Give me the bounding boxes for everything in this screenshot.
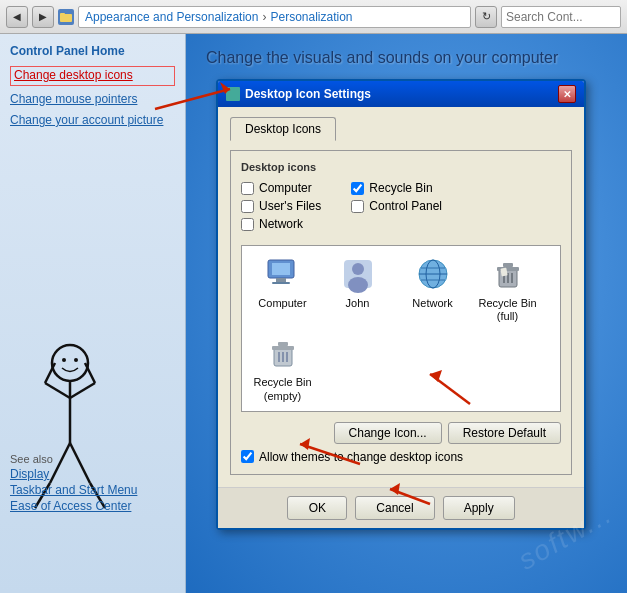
icon-john[interactable]: John [325, 254, 390, 310]
svg-line-4 [45, 383, 70, 398]
checkboxes-col1: Computer User's Files Network [241, 181, 321, 235]
icon-computer-label: Computer [258, 297, 306, 310]
cancel-button[interactable]: Cancel [355, 496, 434, 520]
tab-desktop-icons[interactable]: Desktop Icons [230, 117, 336, 141]
dialog-titlebar: Desktop Icon Settings ✕ [218, 81, 584, 107]
allow-themes-row[interactable]: Allow themes to change desktop icons [241, 450, 561, 464]
checkbox-control-panel[interactable]: Control Panel [351, 199, 442, 213]
svg-line-6 [70, 383, 95, 398]
icon-network-label: Network [412, 297, 452, 310]
sidebar-link-taskbar[interactable]: Taskbar and Start Menu [10, 483, 137, 497]
see-also-title: See also [10, 453, 137, 465]
recycle-empty-icon [263, 333, 303, 373]
svg-rect-16 [276, 278, 286, 282]
svg-rect-17 [272, 282, 290, 284]
icon-recycle-empty-label: Recycle Bin(empty) [253, 376, 311, 402]
ok-button[interactable]: OK [287, 496, 347, 520]
sidebar-link-ease-of-access[interactable]: Ease of Access Center [10, 499, 137, 513]
icon-network[interactable]: Network [400, 254, 465, 310]
checkboxes-area: Computer User's Files Network [241, 181, 561, 235]
breadcrumb-part2: Personalization [270, 10, 352, 24]
desktop-icons-section-label: Desktop icons [241, 161, 561, 173]
svg-point-12 [62, 358, 66, 362]
network-icon [413, 254, 453, 294]
recycle-full-icon [488, 254, 528, 294]
svg-rect-15 [272, 263, 290, 275]
breadcrumb-part1: Appearance and Personalization [85, 10, 258, 24]
apply-button[interactable]: Apply [443, 496, 515, 520]
dialog-body: Desktop Icons Desktop icons Computer [218, 107, 584, 487]
icon-recycle-full-label: Recycle Bin(full) [478, 297, 536, 323]
svg-point-19 [352, 263, 364, 275]
svg-point-20 [348, 277, 368, 293]
checkbox-recycle-bin[interactable]: Recycle Bin [351, 181, 442, 195]
refresh-button[interactable]: ↻ [475, 6, 497, 28]
sidebar-title: Control Panel Home [10, 44, 175, 58]
svg-point-13 [74, 358, 78, 362]
checkboxes-col2: Recycle Bin Control Panel [351, 181, 442, 235]
checkbox-users-files[interactable]: User's Files [241, 199, 321, 213]
svg-rect-27 [497, 267, 519, 271]
checkbox-network[interactable]: Network [241, 217, 321, 231]
breadcrumb-sep: › [262, 10, 266, 24]
allow-themes-label: Allow themes to change desktop icons [259, 450, 463, 464]
sidebar-link-change-desktop-icons[interactable]: Change desktop icons [10, 66, 175, 86]
desktop-icon-settings-dialog: Desktop Icon Settings ✕ Desktop Icons De… [216, 79, 586, 530]
folder-icon [58, 9, 74, 25]
restore-default-button[interactable]: Restore Default [448, 422, 561, 444]
icon-action-buttons: Change Icon... Restore Default [241, 422, 561, 444]
checkbox-control-panel-input[interactable] [351, 200, 364, 213]
checkbox-computer[interactable]: Computer [241, 181, 321, 195]
sidebar-link-change-mouse-pointers[interactable]: Change mouse pointers [10, 92, 175, 108]
change-icon-button[interactable]: Change Icon... [334, 422, 442, 444]
dialog-title-icon [226, 87, 240, 101]
breadcrumb[interactable]: Appearance and Personalization › Persona… [78, 6, 471, 28]
checkbox-network-input[interactable] [241, 218, 254, 231]
icon-computer[interactable]: Computer [250, 254, 315, 310]
svg-rect-1 [60, 13, 65, 16]
content-area: Change the visuals and sounds on your co… [186, 34, 627, 593]
checkbox-computer-input[interactable] [241, 182, 254, 195]
dialog-footer: OK Cancel Apply [218, 487, 584, 528]
svg-rect-28 [503, 263, 513, 267]
icon-recycle-full[interactable]: Recycle Bin(full) [475, 254, 540, 323]
svg-line-5 [45, 363, 55, 383]
svg-rect-35 [278, 342, 288, 346]
sidebar-link-display[interactable]: Display [10, 467, 137, 481]
computer-icon [263, 254, 303, 294]
checkbox-recycle-bin-input[interactable] [351, 182, 364, 195]
icon-recycle-empty[interactable]: Recycle Bin(empty) [250, 333, 315, 402]
svg-rect-34 [272, 346, 294, 350]
checkbox-users-files-input[interactable] [241, 200, 254, 213]
svg-line-7 [85, 363, 95, 383]
dialog-tabs: Desktop Icons [230, 117, 572, 141]
user-icon [338, 254, 378, 294]
icons-grid[interactable]: Computer John [241, 245, 561, 412]
icon-john-label: John [346, 297, 370, 310]
address-bar: ◀ ▶ Appearance and Personalization › Per… [0, 0, 627, 34]
dialog-title: Desktop Icon Settings [226, 87, 371, 101]
allow-themes-checkbox[interactable] [241, 450, 254, 463]
forward-button[interactable]: ▶ [32, 6, 54, 28]
svg-point-2 [52, 345, 88, 381]
sidebar-link-change-account-picture[interactable]: Change your account picture [10, 113, 175, 129]
main-area: Control Panel Home Change desktop icons … [0, 34, 627, 593]
dialog-close-button[interactable]: ✕ [558, 85, 576, 103]
page-title: Change the visuals and sounds on your co… [206, 49, 607, 67]
tab-content: Desktop icons Computer User's Files [230, 150, 572, 475]
see-also-section: See also Display Taskbar and Start Menu … [10, 453, 137, 513]
sidebar: Control Panel Home Change desktop icons … [0, 34, 186, 593]
search-input[interactable] [501, 6, 621, 28]
back-button[interactable]: ◀ [6, 6, 28, 28]
